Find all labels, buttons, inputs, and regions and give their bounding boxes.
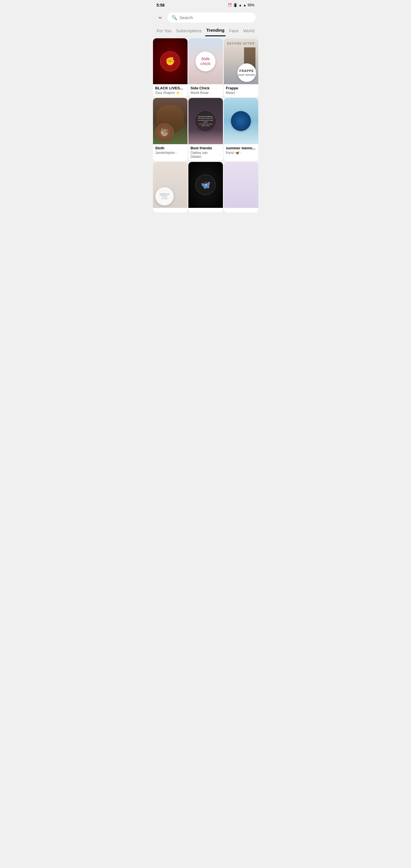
card-image-8: 🦋 [188, 162, 223, 208]
nav-tabs: For You Subscriptions Trending Face Worl… [152, 25, 259, 36]
card-author: Marte Braar › [191, 91, 221, 95]
card-image-frappe: BEFORE AFTER FRAPPEDEEP BROWN [224, 38, 258, 84]
card-title: Sloth [155, 146, 185, 150]
search-area: 🔍 [152, 10, 259, 25]
sticker-list: LIFE BUCKET LIST ░░░░░░░░░░ ░░░░░░ ░░░░░… [155, 187, 174, 206]
alarm-icon: ⏰ [228, 3, 232, 7]
card-info-sloth: Sloth JamieHayles › [153, 144, 188, 157]
card-side-chick[interactable]: Sidechick Side Chick Marte Braar › [188, 38, 223, 97]
arrow-icon: › [220, 153, 220, 156]
card-title: Side Chick [191, 86, 221, 90]
card-summer-memo[interactable]: summer memo... franzi 🦋 › [224, 98, 258, 161]
card-image-summer-memo [224, 98, 258, 144]
status-time: 5:58 [157, 3, 165, 7]
card-title: Frappe [226, 86, 256, 90]
card-info-summer-memo: summer memo... franzi 🦋 › [224, 144, 258, 157]
status-icons: ⏰ 📳 ▲ ▲ 95% [228, 3, 255, 7]
card-author: Oakley van Didden › [191, 151, 221, 159]
side-chick-text: Sidechick [200, 57, 211, 66]
card-black-lives[interactable]: ✊ BLACK LIVES... Zara Shapiro ⭐ › [153, 38, 188, 97]
tab-for-you[interactable]: For You [156, 28, 173, 36]
battery-text: 95% [248, 3, 254, 7]
wifi-icon: ▲ [239, 3, 242, 7]
tab-face[interactable]: Face [228, 28, 240, 36]
card-title: BLACK LIVES... [155, 86, 185, 90]
status-bar: 5:58 ⏰ 📳 ▲ ▲ 95% [152, 0, 259, 10]
before-label: BEFORE [227, 42, 242, 45]
card-sloth[interactable]: 🦥 Sloth JamieHayles › [153, 98, 188, 161]
card-info-black-lives: BLACK LIVES... Zara Shapiro ⭐ › [153, 84, 188, 97]
sticker-best-friends: Best Friend Challenge WE'VE BEEN FRIENDS… [195, 110, 216, 132]
bfc-text: Best Friend Challenge WE'VE BEEN FRIENDS… [197, 115, 215, 126]
tab-trending[interactable]: Trending [205, 28, 225, 36]
fist-icon: ✊ [160, 52, 180, 71]
card-author: JamieHayles › [155, 151, 185, 155]
card-image-sloth: 🦥 [153, 98, 188, 144]
verified-icon: ⭐ [176, 91, 180, 95]
card-info-side-chick: Side Chick Marte Braar › [188, 84, 223, 97]
card-author: franzi 🦋 › [226, 151, 256, 155]
chevron-down-icon [157, 14, 163, 21]
search-icon: 🔍 [171, 15, 177, 20]
butterfly-bg: 🦋 [195, 175, 216, 195]
card-image-best-friends: Best Friend Challenge WE'VE BEEN FRIENDS… [188, 98, 223, 144]
card-author: Zara Shapiro ⭐ › [155, 91, 185, 95]
sticker-fist: ✊ [160, 52, 180, 71]
card-title: summer memo... [226, 146, 256, 150]
sticker-butterfly: 🦋 [195, 175, 216, 195]
card-grid: ✊ BLACK LIVES... Zara Shapiro ⭐ › Sidech… [152, 36, 259, 214]
card-info-frappe: Frappe Bleart › [224, 84, 258, 97]
vibrate-icon: 📳 [233, 3, 238, 7]
card-author: Bleart › [226, 91, 256, 95]
signal-icon: ▲ [243, 3, 247, 7]
tab-subscriptions[interactable]: Subscriptions [175, 28, 203, 36]
card-image-black-lives: ✊ [153, 38, 188, 84]
card-info-7 [153, 208, 188, 212]
after-label: AFTER [243, 42, 255, 45]
sticker-sloth: 🦥 [155, 123, 174, 142]
frappe-text: FRAPPEDEEP BROWN [238, 69, 255, 76]
tab-world[interactable]: World [242, 28, 255, 36]
card-7[interactable]: LIFE BUCKET LIST ░░░░░░░░░░ ░░░░░░ ░░░░░… [153, 162, 188, 212]
arrow-icon: › [240, 151, 241, 154]
card-image-side-chick: Sidechick [188, 38, 223, 84]
card-best-friends[interactable]: Best Friend Challenge WE'VE BEEN FRIENDS… [188, 98, 223, 161]
sticker-side-chick: Sidechick [195, 52, 216, 71]
bottom-blur [188, 130, 223, 144]
card-9[interactable] [224, 162, 258, 212]
search-input[interactable] [180, 15, 252, 20]
card-info-9 [224, 208, 258, 212]
arrow-icon: › [210, 91, 210, 94]
search-input-wrapper[interactable]: 🔍 [167, 12, 256, 23]
sloth-mini: 🦥 [155, 123, 174, 142]
arrow-icon: › [176, 151, 177, 154]
sticker-frappe: FRAPPEDEEP BROWN [238, 63, 256, 82]
arrow-icon: › [236, 91, 236, 94]
sticker-ocean [231, 111, 251, 131]
card-info-best-friends: Best friends Oakley van Didden › [188, 144, 223, 161]
card-image-9 [224, 162, 258, 208]
bfc-inner: Best Friend Challenge WE'VE BEEN FRIENDS… [195, 110, 216, 132]
card-frappe[interactable]: BEFORE AFTER FRAPPEDEEP BROWN Frappe Ble… [224, 38, 258, 97]
card-info-8 [188, 208, 223, 212]
list-text: LIFE BUCKET LIST ░░░░░░░░░░ ░░░░░░ ░░░░░… [159, 193, 169, 199]
card-title: Best friends [191, 146, 221, 150]
list-circle: LIFE BUCKET LIST ░░░░░░░░░░ ░░░░░░ ░░░░░… [155, 187, 174, 206]
arrow-icon: › [181, 91, 182, 94]
back-button[interactable] [156, 13, 165, 22]
card-image-7: LIFE BUCKET LIST ░░░░░░░░░░ ░░░░░░ ░░░░░… [153, 162, 188, 208]
before-after-labels: BEFORE AFTER [224, 42, 258, 45]
card-8[interactable]: 🦋 [188, 162, 223, 212]
